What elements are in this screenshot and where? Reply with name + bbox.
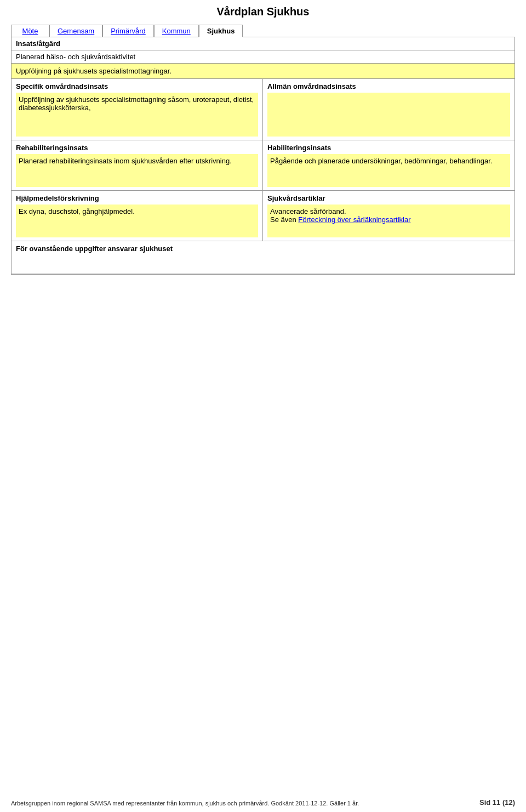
for-row: För ovanstående uppgifter ansvarar sjukh… <box>12 241 514 274</box>
hjalp-header: Hjälpmedelsförskrivning <box>16 194 258 202</box>
tab-primarvard[interactable]: Primärvård <box>102 25 154 37</box>
habilit-col: Habiliteringsinsats Pågående och planera… <box>263 140 514 190</box>
allman-header: Allmän omvårdnadsinsats <box>267 82 510 90</box>
allman-col: Allmän omvårdnadsinsats <box>263 79 514 140</box>
rehab-header: Rehabiliteringsinsats <box>16 144 258 152</box>
nav-tabs-area: Möte Gemensam Primärvård Kommun Sjukhus <box>11 25 515 37</box>
insats-header-row: Insats/åtgärd <box>12 37 514 50</box>
sjukv-header: Sjukvårdsartiklar <box>267 194 510 202</box>
footer: Arbetsgruppen inom regional SAMSA med re… <box>11 798 515 807</box>
specifik-allman-section: Specifik omvårdnadsinsats Uppföljning av… <box>12 79 514 140</box>
specifik-col: Specifik omvårdnadsinsats Uppföljning av… <box>12 79 263 140</box>
tab-kommun[interactable]: Kommun <box>154 25 199 37</box>
page-title: Vårdplan Sjukhus <box>11 5 515 18</box>
tab-sjukhus[interactable]: Sjukhus <box>199 25 243 37</box>
allman-content <box>267 93 510 137</box>
sjukv-col: Sjukvårdsartiklar Avancerade sårförband.… <box>263 191 514 241</box>
hjalp-col: Hjälpmedelsförskrivning Ex dyna, duschst… <box>12 191 263 241</box>
sjukv-link[interactable]: Förteckning över sårläkningsartiklar <box>298 215 410 224</box>
sjukv-link-line: Se även Förteckning över sårläkningsarti… <box>270 215 507 224</box>
footer-text: Arbetsgruppen inom regional SAMSA med re… <box>11 800 479 807</box>
sjukv-text2: Se även <box>270 215 298 224</box>
rehab-content: Planerad rehabiliteringsinsats inom sjuk… <box>16 154 258 187</box>
planerad-row: Planerad hälso- och sjukvårdsaktivitet <box>12 50 514 64</box>
tab-mote[interactable]: Möte <box>11 25 49 37</box>
specifik-content: Uppföljning av sjukhusets specialistmott… <box>16 93 258 137</box>
page-number: Sid 11 (12) <box>479 798 515 807</box>
uppfoljning-text: Uppföljning på sjukhusets specialistmott… <box>16 67 171 75</box>
habilit-content: Pågående och planerade undersökningar, b… <box>267 154 510 187</box>
rehab-text: Planerad rehabiliteringsinsats inom sjuk… <box>19 157 232 165</box>
uppfoljning-row: Uppföljning på sjukhusets specialistmott… <box>12 64 514 79</box>
rehab-col: Rehabiliteringsinsats Planerad rehabilit… <box>12 140 263 190</box>
hjalp-sjukv-section: Hjälpmedelsförskrivning Ex dyna, duschst… <box>12 191 514 241</box>
insats-label: Insats/åtgärd <box>16 39 60 48</box>
hjalp-content: Ex dyna, duschstol, gånghjälpmedel. <box>16 205 258 237</box>
for-label: För ovanstående uppgifter ansvarar sjukh… <box>16 245 510 253</box>
tab-gemensam[interactable]: Gemensam <box>49 25 102 37</box>
sjukv-text1: Avancerade sårförband. <box>270 207 507 215</box>
planerad-label: Planerad hälso- och sjukvårdsaktivitet <box>16 53 135 61</box>
habilit-header: Habiliteringsinsats <box>267 144 510 152</box>
main-container: Insats/åtgärd Planerad hälso- och sjukvå… <box>11 37 515 275</box>
specifik-text: Uppföljning av sjukhusets specialistmott… <box>19 95 254 112</box>
sjukv-content: Avancerade sårförband. Se även Förteckni… <box>267 205 510 237</box>
specifik-header: Specifik omvårdnadsinsats <box>16 82 258 90</box>
rehab-habilit-section: Rehabiliteringsinsats Planerad rehabilit… <box>12 140 514 191</box>
habilit-text: Pågående och planerade undersökningar, b… <box>270 157 493 165</box>
hjalp-text: Ex dyna, duschstol, gånghjälpmedel. <box>19 207 135 215</box>
